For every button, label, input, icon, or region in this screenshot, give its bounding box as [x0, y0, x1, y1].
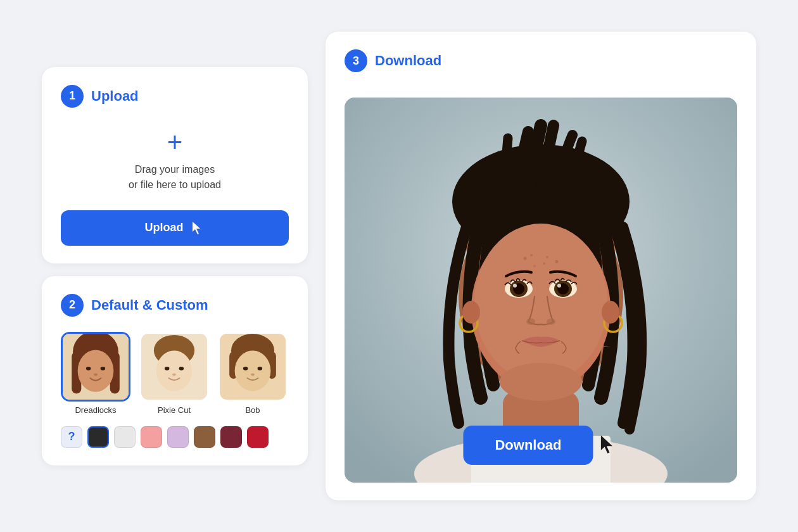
- svg-point-45: [557, 284, 561, 288]
- svg-point-19: [243, 367, 248, 370]
- dreadlocks-face-svg: [63, 334, 129, 400]
- svg-point-12: [179, 367, 184, 370]
- svg-point-10: [156, 350, 193, 391]
- upload-dropzone[interactable]: + Drag your images or file here to uploa…: [61, 123, 289, 205]
- svg-point-41: [513, 284, 517, 288]
- step-2-badge: 2: [61, 294, 84, 317]
- pixie-label: Pixie Cut: [158, 405, 191, 415]
- upload-panel: 1 Upload + Drag your images or file here…: [42, 67, 308, 263]
- upload-header: 1 Upload: [61, 85, 289, 108]
- svg-point-5: [86, 367, 91, 370]
- svg-point-31: [474, 224, 607, 382]
- color-lavender[interactable]: [167, 426, 189, 448]
- svg-point-33: [530, 254, 533, 256]
- color-pink[interactable]: [141, 426, 162, 448]
- svg-point-35: [555, 260, 559, 263]
- custom-panel: 2 Default & Custom: [42, 276, 308, 466]
- svg-point-4: [78, 350, 114, 391]
- svg-point-32: [524, 257, 527, 260]
- svg-point-46: [526, 319, 535, 325]
- svg-point-20: [258, 367, 263, 370]
- svg-point-11: [165, 367, 170, 370]
- svg-point-21: [251, 373, 255, 376]
- download-panel: 3 Download: [326, 32, 756, 500]
- svg-point-51: [602, 301, 619, 324]
- bob-face-svg: [220, 334, 286, 400]
- download-button[interactable]: Download: [463, 426, 593, 465]
- dreadlocks-label: Dreadlocks: [75, 405, 116, 415]
- color-dark-red[interactable]: [220, 426, 242, 448]
- cursor-icon: [190, 220, 205, 236]
- upload-instructions: Drag your images or file here to upload: [129, 162, 221, 193]
- svg-point-34: [546, 256, 548, 258]
- left-column: 1 Upload + Drag your images or file here…: [42, 67, 308, 466]
- color-brown[interactable]: [194, 426, 215, 448]
- svg-point-18: [235, 350, 271, 391]
- color-white[interactable]: [114, 426, 136, 448]
- download-title: Download: [375, 53, 441, 69]
- download-cursor-icon: [598, 434, 619, 457]
- svg-point-50: [462, 301, 480, 324]
- svg-point-36: [533, 265, 536, 267]
- dreadlocks-img-wrap: [61, 332, 130, 402]
- hairstyle-dreadlocks[interactable]: Dreadlocks: [61, 332, 130, 415]
- hairstyle-bob[interactable]: Bob: [218, 332, 288, 415]
- svg-point-52: [500, 363, 582, 401]
- upload-button[interactable]: Upload: [61, 210, 289, 246]
- custom-title: Default & Custom: [91, 297, 208, 314]
- result-image: Download: [345, 98, 737, 483]
- svg-point-6: [101, 367, 106, 370]
- portrait-svg: [345, 98, 737, 483]
- pixie-img-wrap: [139, 332, 209, 402]
- color-swatches: ?: [61, 426, 289, 448]
- upload-button-label: Upload: [145, 221, 184, 234]
- color-crimson[interactable]: [247, 426, 269, 448]
- custom-header: 2 Default & Custom: [61, 294, 289, 317]
- hairstyle-grid: Dreadlocks: [61, 332, 289, 415]
- color-question[interactable]: ?: [61, 426, 82, 448]
- pixie-face-svg: [141, 334, 207, 400]
- upload-title: Upload: [91, 88, 139, 104]
- svg-point-7: [94, 373, 98, 376]
- bob-label: Bob: [245, 405, 260, 415]
- hairstyle-pixie[interactable]: Pixie Cut: [139, 332, 209, 415]
- svg-point-37: [543, 262, 545, 265]
- svg-point-47: [547, 319, 555, 325]
- color-black[interactable]: [87, 426, 109, 448]
- bob-img-wrap: [218, 332, 288, 402]
- step-1-badge: 1: [61, 85, 84, 108]
- plus-icon: +: [167, 129, 183, 156]
- download-header: 3 Download: [345, 49, 737, 72]
- svg-point-13: [172, 373, 176, 376]
- download-button-wrap: Download: [463, 426, 618, 465]
- step-3-badge: 3: [345, 49, 367, 72]
